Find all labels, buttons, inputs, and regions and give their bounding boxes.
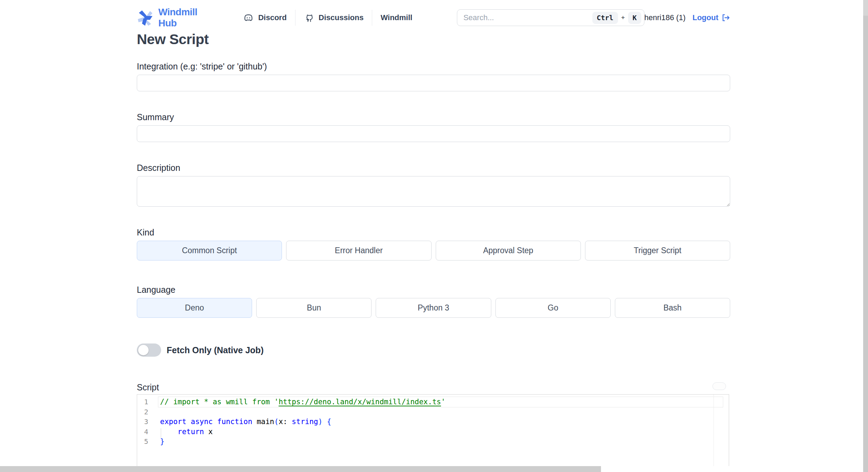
editor-mode-toggle[interactable] xyxy=(712,382,726,390)
kbd-plus: + xyxy=(621,14,625,22)
code-line-text: export async function main(x: string) { xyxy=(158,417,331,427)
vertical-scrollbar-thumb[interactable] xyxy=(863,16,868,472)
code-line: 3 export async function main(x: string) … xyxy=(137,417,729,427)
kind-options: Common Script Error Handler Approval Ste… xyxy=(137,241,730,260)
code-line-text: return x xyxy=(158,427,213,437)
kind-label: Kind xyxy=(137,227,730,238)
fetch-only-label: Fetch Only (Native Job) xyxy=(167,345,264,355)
line-number: 4 xyxy=(137,427,158,437)
github-icon xyxy=(304,13,314,23)
language-option-go[interactable]: Go xyxy=(495,298,611,318)
nav-discussions-label: Discussions xyxy=(319,13,364,22)
code-line: 5 } xyxy=(137,437,729,447)
code-line: 2 xyxy=(137,407,729,417)
nav-windmill-link[interactable]: Windmill xyxy=(381,13,412,22)
fetch-only-toggle[interactable] xyxy=(137,343,161,357)
script-group: Script 1 // import * as wmill from 'http… xyxy=(137,382,730,472)
search-input[interactable] xyxy=(464,13,592,22)
integration-group: Integration (e.g: 'stripe' or 'github') xyxy=(137,61,730,91)
language-option-bun[interactable]: Bun xyxy=(256,298,372,318)
language-option-python3[interactable]: Python 3 xyxy=(376,298,491,318)
language-option-bash[interactable]: Bash xyxy=(615,298,730,318)
brand-link[interactable]: Windmill Hub xyxy=(137,7,212,29)
kind-group: Kind Common Script Error Handler Approva… xyxy=(137,227,730,260)
brand-name: Windmill Hub xyxy=(158,7,212,29)
description-label: Description xyxy=(137,162,730,173)
editor-code-lines: 1 // import * as wmill from 'https://den… xyxy=(137,395,729,447)
language-label: Language xyxy=(137,284,730,295)
fetch-only-group: Fetch Only (Native Job) xyxy=(137,343,730,357)
language-group: Language Deno Bun Python 3 Go Bash xyxy=(137,284,730,318)
line-number: 5 xyxy=(137,437,158,447)
nav-divider xyxy=(295,10,295,26)
kbd-k: K xyxy=(628,12,641,24)
description-textarea[interactable] xyxy=(137,176,730,207)
code-line-text xyxy=(158,407,160,417)
nav-divider xyxy=(372,10,372,26)
kind-option-error-handler[interactable]: Error Handler xyxy=(286,241,431,260)
description-group: Description xyxy=(137,162,730,207)
line-number: 3 xyxy=(137,417,158,427)
code-line: 4 return x xyxy=(137,427,729,437)
horizontal-scrollbar-track[interactable] xyxy=(0,466,868,472)
windmill-logo-icon xyxy=(137,9,153,26)
logout-button[interactable]: Logout xyxy=(692,13,730,22)
horizontal-scrollbar-thumb[interactable] xyxy=(0,466,601,472)
user-area: henri186 (1) Logout xyxy=(644,13,730,22)
nav-windmill-label: Windmill xyxy=(381,13,412,22)
line-number: 1 xyxy=(137,397,158,407)
kind-option-approval-step[interactable]: Approval Step xyxy=(436,241,581,260)
language-option-deno[interactable]: Deno xyxy=(137,298,252,318)
vertical-scrollbar-track[interactable] xyxy=(863,0,868,472)
discord-icon xyxy=(243,13,254,23)
code-line-text: // import * as wmill from 'https://deno.… xyxy=(158,397,445,407)
toggle-knob-icon xyxy=(138,345,149,355)
header: Windmill Hub Discord xyxy=(137,0,730,26)
summary-label: Summary xyxy=(137,111,730,123)
header-nav: Discord Discussions Windmill xyxy=(243,10,412,26)
language-options: Deno Bun Python 3 Go Bash xyxy=(137,298,730,318)
nav-discord-link[interactable]: Discord xyxy=(243,13,287,23)
summary-group: Summary xyxy=(137,111,730,142)
integration-label: Integration (e.g: 'stripe' or 'github') xyxy=(137,61,730,72)
nav-discord-label: Discord xyxy=(258,13,287,22)
logout-label: Logout xyxy=(692,13,718,22)
integration-input[interactable] xyxy=(137,75,730,91)
code-line: 1 // import * as wmill from 'https://den… xyxy=(137,397,729,407)
nav-discussions-link[interactable]: Discussions xyxy=(304,13,364,23)
code-line-text: } xyxy=(158,437,165,447)
username-label[interactable]: henri186 (1) xyxy=(644,13,686,22)
search-shortcut: Ctrl + K xyxy=(592,12,641,24)
line-number: 2 xyxy=(137,407,158,417)
kind-option-trigger-script[interactable]: Trigger Script xyxy=(585,241,730,260)
code-editor[interactable]: 1 // import * as wmill from 'https://den… xyxy=(137,394,729,472)
kbd-ctrl: Ctrl xyxy=(592,12,618,24)
page-title: New Script xyxy=(137,31,730,48)
logout-icon xyxy=(721,13,730,22)
kind-option-common-script[interactable]: Common Script xyxy=(137,241,282,260)
script-label: Script xyxy=(137,382,159,393)
summary-input[interactable] xyxy=(137,125,730,142)
search-box[interactable]: Ctrl + K xyxy=(457,9,644,26)
